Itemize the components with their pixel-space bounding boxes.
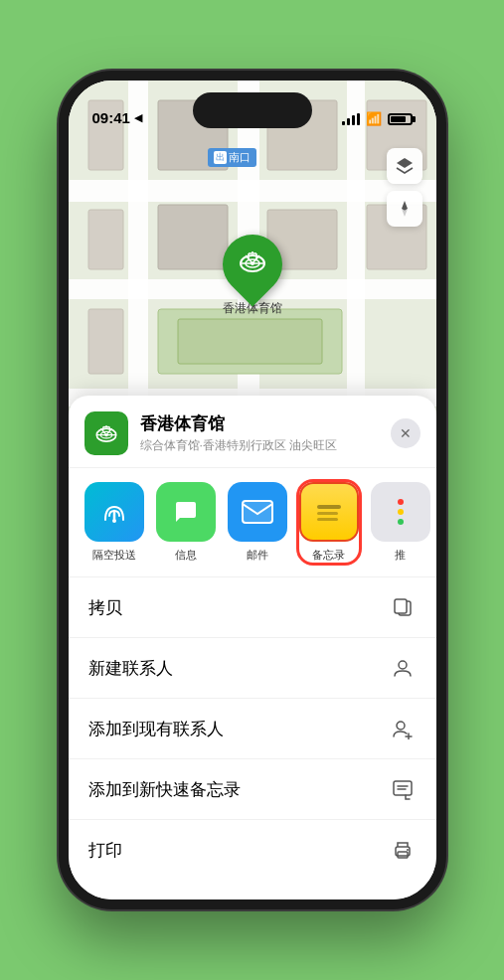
status-icons: 📶 (342, 111, 413, 126)
phone-frame: 09:41 ◀ 📶 (59, 71, 446, 909)
svg-rect-43 (243, 501, 272, 523)
map-layers-button[interactable] (387, 148, 422, 184)
svg-point-48 (397, 722, 405, 730)
svg-rect-12 (178, 319, 322, 364)
svg-rect-13 (88, 309, 123, 374)
share-item-mail[interactable]: 邮件 (228, 482, 287, 563)
pin-circle (210, 223, 294, 307)
notes-icon (299, 482, 359, 542)
sheet-title-group: 香港体育馆 综合体育馆·香港特别行政区 油尖旺区 (140, 412, 379, 454)
signal-bars (342, 113, 360, 125)
location-pin: 香港体育馆 (223, 235, 282, 317)
stadium-icon (237, 245, 268, 277)
sheet-title: 香港体育馆 (140, 412, 379, 435)
action-new-contact-label: 新建联系人 (88, 657, 173, 680)
share-item-airdrop[interactable]: 隔空投送 (84, 482, 144, 563)
status-time: 09:41 (92, 109, 130, 126)
svg-rect-51 (394, 781, 412, 795)
pin-inner (237, 245, 268, 283)
share-row: 隔空投送 信息 邮件 (69, 468, 436, 577)
location-button[interactable] (387, 191, 422, 227)
mail-label: 邮件 (247, 548, 268, 563)
action-add-existing-label: 添加到现有联系人 (88, 718, 224, 740)
message-label: 信息 (175, 548, 197, 563)
wifi-icon: 📶 (366, 111, 382, 126)
venue-icon (84, 411, 128, 455)
venue-stadium-icon (93, 420, 119, 446)
quicknote-icon (389, 775, 417, 803)
mail-envelope-icon (241, 499, 274, 525)
action-list: 拷贝 新建联系人 添 (69, 577, 436, 880)
svg-point-47 (399, 661, 407, 669)
person-add-icon (389, 715, 417, 742)
action-new-contact[interactable]: 新建联系人 (69, 638, 436, 699)
map-label: 出 南口 (208, 148, 256, 167)
share-item-more[interactable]: 推 (371, 482, 430, 563)
battery-fill (391, 116, 406, 122)
sheet-header: 香港体育馆 综合体育馆·香港特别行政区 油尖旺区 ✕ (69, 396, 436, 468)
sheet-subtitle: 综合体育馆·香港特别行政区 油尖旺区 (140, 437, 379, 454)
svg-point-42 (112, 519, 116, 523)
message-bubble-icon (170, 496, 202, 528)
action-print[interactable]: 打印 (69, 820, 436, 880)
svg-rect-7 (88, 210, 123, 269)
signal-bar-1 (342, 121, 345, 125)
svg-rect-46 (395, 599, 407, 613)
dynamic-island (193, 92, 312, 128)
compass-icon (396, 200, 414, 218)
svg-rect-8 (158, 205, 228, 269)
message-icon (156, 482, 216, 542)
signal-bar-3 (352, 115, 355, 125)
sheet-close-button[interactable]: ✕ (391, 418, 420, 448)
svg-rect-55 (398, 852, 408, 858)
notes-label: 备忘录 (312, 548, 345, 563)
action-print-label: 打印 (88, 839, 122, 862)
copy-icon (389, 593, 417, 621)
action-add-existing[interactable]: 添加到现有联系人 (69, 699, 436, 759)
svg-point-37 (104, 433, 107, 436)
map-controls (387, 148, 422, 227)
action-add-notes[interactable]: 添加到新快速备忘录 (69, 759, 436, 820)
bottom-sheet: 香港体育馆 综合体育馆·香港特别行政区 油尖旺区 ✕ 隔空投送 (69, 396, 436, 899)
map-label-prefix: 出 (214, 151, 227, 164)
person-icon (389, 654, 417, 682)
svg-point-56 (407, 849, 409, 851)
mail-icon (228, 482, 287, 542)
map-label-text: 南口 (229, 150, 251, 165)
airdrop-wifi-icon (99, 497, 129, 527)
print-icon (389, 836, 417, 864)
airdrop-icon (84, 482, 144, 542)
more-label: 推 (395, 548, 406, 563)
share-item-notes[interactable]: 备忘录 (299, 482, 359, 563)
signal-bar-2 (347, 118, 350, 125)
action-copy[interactable]: 拷贝 (69, 577, 436, 638)
close-label: ✕ (400, 425, 412, 441)
action-add-notes-label: 添加到新快速备忘录 (88, 778, 241, 801)
battery-icon (388, 113, 413, 125)
share-item-message[interactable]: 信息 (156, 482, 216, 563)
layers-icon (395, 156, 415, 176)
signal-bar-4 (357, 113, 360, 125)
more-icon (371, 482, 430, 542)
airdrop-label: 隔空投送 (92, 548, 136, 563)
location-icon: ◀ (134, 111, 142, 124)
action-copy-label: 拷贝 (88, 596, 122, 619)
